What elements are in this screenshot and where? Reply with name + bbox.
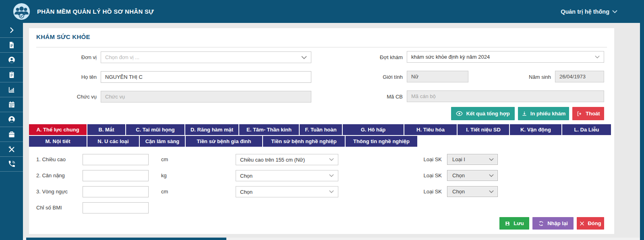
refresh-icon: [538, 221, 544, 226]
tab-can-lam-sang[interactable]: Cận lâm sàng: [140, 136, 185, 147]
vong-nguc-input[interactable]: [83, 186, 149, 197]
tab-ho-hap[interactable]: G. Hô hấp: [343, 124, 404, 135]
loai-sk-label-2: Loại SK: [404, 170, 442, 181]
save-icon: [505, 221, 510, 226]
in-phieu-kham-label: In phiếu khám: [530, 111, 565, 117]
user-menu-label: Quản trị hệ thống: [561, 8, 609, 15]
tab-noi-tiet[interactable]: M. Nội tiết: [29, 136, 87, 147]
luu-button[interactable]: Lưu: [499, 217, 529, 230]
user-menu[interactable]: Quản trị hệ thống: [561, 0, 617, 23]
nhap-lai-label: Nhập lại: [547, 220, 568, 226]
loai-sk-value-1: Loại I: [452, 156, 465, 162]
chevron-right-icon: [8, 26, 16, 34]
vong-nguc-label: 3. Vòng ngực: [36, 186, 81, 197]
loai-sk-label-3: Loại SK: [404, 186, 442, 197]
sidebar-item-records[interactable]: [0, 68, 23, 82]
don-vi-placeholder: Chọn đơn vị ...: [105, 54, 139, 60]
can-nang-label: 2. Cân nặng: [36, 170, 81, 181]
tab-rang-ham-mat[interactable]: D. Răng hàm mặt: [185, 124, 238, 135]
app-header: PHẦN MỀM QUẢN LÝ HỒ SƠ NHÂN SỰ Quản trị …: [0, 0, 644, 23]
chieu-cao-input[interactable]: [83, 154, 149, 165]
sidebar-item-profile[interactable]: [0, 53, 23, 68]
tab-tam-than-kinh[interactable]: E. Tâm- Thần kinh: [239, 124, 299, 135]
nam-sinh-label: Năm sinh: [492, 71, 551, 83]
thoat-label: Thoát: [586, 111, 600, 117]
horizontal-scrollbar-thumb[interactable]: [26, 238, 226, 240]
dot-kham-select[interactable]: khám sức khỏe định kỳ năm 2024: [407, 51, 604, 63]
nam-sinh-input: [555, 71, 604, 82]
dong-button[interactable]: Đóng: [577, 217, 604, 230]
bar-chart-icon: [8, 86, 16, 94]
chuc-vu-input: [101, 91, 311, 103]
eye-icon: [456, 111, 463, 116]
horizontal-scrollbar-track[interactable]: [23, 238, 640, 240]
tab-tien-su-benh-gia-dinh[interactable]: Tiền sử bệnh gia đình: [186, 136, 262, 147]
don-vi-select[interactable]: Chọn đơn vị ...: [101, 51, 311, 63]
tabs-row-1: A. Thể lực chung B. Mắt C. Tai mũi họng …: [29, 124, 612, 135]
sidebar-item-work[interactable]: [0, 127, 23, 142]
tab-tiet-nieu-sd[interactable]: I. Tiết niệu SD: [458, 124, 509, 135]
chevron-down-icon: [595, 55, 600, 59]
thoat-button[interactable]: Thoát: [572, 107, 604, 120]
tab-tai-mui-hong[interactable]: C. Tai mũi họng: [126, 124, 184, 135]
vertical-scrollbar[interactable]: [640, 0, 644, 240]
sidebar-item-contact[interactable]: [0, 157, 23, 172]
can-nang-input[interactable]: [83, 170, 149, 181]
close-icon: [580, 221, 584, 226]
tools-icon: [8, 145, 16, 153]
chieu-cao-unit: cm: [161, 154, 181, 165]
nhap-lai-button[interactable]: Nhập lại: [532, 217, 574, 230]
in-phieu-kham-button[interactable]: In phiếu khám: [518, 107, 569, 120]
briefcase-icon: [8, 130, 16, 138]
vong-nguc-category-select[interactable]: Chọn: [236, 186, 338, 197]
loai-sk-value-3: Chọn: [452, 189, 465, 195]
loai-sk-value-2: Chọn: [452, 172, 465, 178]
tab-van-dong[interactable]: K. Vận động: [510, 124, 561, 135]
sidebar-item-settings[interactable]: [0, 142, 23, 157]
chieu-cao-category-value: Chiều cao trên 155 cm (Nữ): [240, 157, 305, 163]
loai-sk-select-1[interactable]: Loại I: [447, 154, 498, 165]
can-nang-unit: kg: [161, 170, 181, 181]
sidebar-item-schedule[interactable]: [0, 97, 23, 112]
main-area: KHÁM SỨC KHỎE Đơn vị Chọn đơn vị ... Đợt…: [23, 23, 640, 240]
sidebar-item-staff[interactable]: [0, 112, 23, 127]
title-divider: [36, 47, 607, 47]
tabs-row-2: M. Nội tiết N. U các loại Cận lâm sàng T…: [29, 136, 418, 147]
chieu-cao-category-select[interactable]: Chiều cao trên 155 cm (Nữ): [236, 154, 338, 165]
bmi-label: Chỉ số BMI: [36, 202, 81, 213]
chevron-down-icon: [489, 174, 494, 177]
don-vi-label: Đơn vị: [29, 51, 97, 63]
tab-mat[interactable]: B. Mắt: [87, 124, 125, 135]
ket-qua-tong-hop-label: Kết quả tổng hợp: [466, 111, 509, 117]
dot-kham-value: khám sức khỏe định kỳ năm 2024: [411, 54, 490, 60]
sidebar: [0, 23, 23, 240]
tab-tuan-hoan[interactable]: F. Tuần hoàn: [300, 124, 342, 135]
user-icon: [8, 56, 16, 64]
chieu-cao-label: 1. Chiều cao: [36, 154, 81, 165]
tab-tieu-hoa[interactable]: H. Tiêu hóa: [404, 124, 457, 135]
loai-sk-select-2[interactable]: Chọn: [447, 170, 498, 181]
sidebar-item-reports[interactable]: [0, 82, 23, 97]
download-icon: [522, 111, 527, 117]
tab-da-lieu[interactable]: L. Da Liễu: [562, 124, 611, 135]
tab-tien-su-benh-nghe-nghiep[interactable]: Tiền sử bệnh nghề nghiệp: [263, 136, 345, 147]
ma-cb-label: Mã CB: [331, 91, 403, 103]
ket-qua-tong-hop-button[interactable]: Kết quả tổng hợp: [451, 107, 515, 120]
can-nang-category-value: Chọn: [240, 173, 253, 179]
sidebar-expand-button[interactable]: [0, 23, 23, 38]
loai-sk-label-1: Loại SK: [404, 154, 442, 165]
page-title: KHÁM SỨC KHỎE: [36, 33, 90, 40]
ho-ten-input[interactable]: [101, 71, 311, 83]
loai-sk-select-3[interactable]: Chọn: [447, 186, 498, 197]
vong-nguc-category-value: Chọn: [240, 189, 253, 195]
tab-the-luc-chung[interactable]: A. Thể lực chung: [29, 124, 87, 135]
document-icon: [8, 41, 16, 49]
phone-icon: [8, 160, 16, 168]
tab-u-cac-loai[interactable]: N. U các loại: [87, 136, 139, 147]
bmi-input[interactable]: [83, 202, 149, 213]
calendar-icon: [8, 101, 16, 109]
sidebar-item-documents[interactable]: [0, 38, 23, 53]
can-nang-category-select[interactable]: Chọn: [236, 170, 338, 181]
chuc-vu-label: Chức vụ: [29, 91, 97, 103]
tab-thong-tin-nghe-nghiep[interactable]: Thông tin nghề nghiệp: [346, 136, 417, 147]
